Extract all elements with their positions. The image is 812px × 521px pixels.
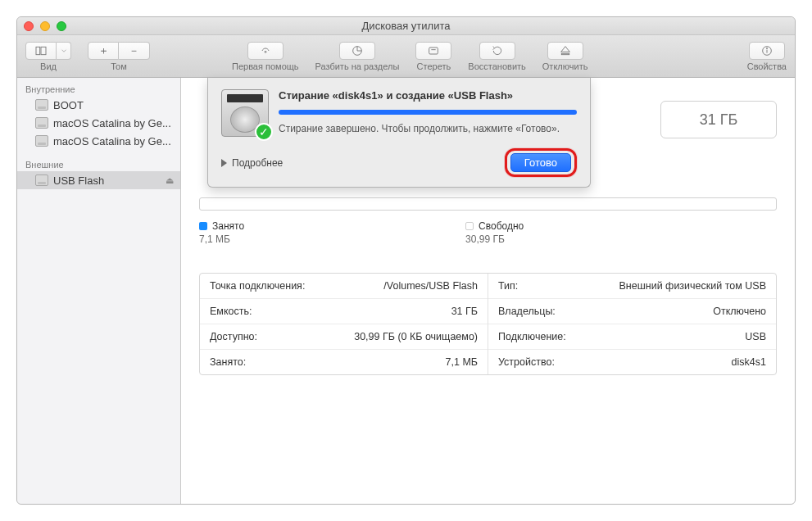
sidebar-item-label: BOOT [53, 99, 84, 111]
sidebar-item-label: macOS Catalina by Ge... [53, 135, 171, 147]
sidebar-item-label: USB Flash [53, 174, 104, 187]
view-menu-chevron[interactable] [57, 42, 71, 60]
erase-button[interactable] [415, 42, 451, 60]
view-button[interactable] [25, 42, 57, 60]
info-col-left: Точка подключения:/Volumes/USB Flash Емк… [200, 274, 488, 374]
info-col-right: Тип:Внешний физический том USB Владельцы… [488, 274, 776, 374]
volume-icon [35, 174, 48, 186]
svg-point-9 [766, 48, 767, 48]
partition-button[interactable] [339, 42, 375, 60]
svg-rect-1 [41, 47, 46, 54]
info-row: Точка подключения:/Volumes/USB Flash [200, 274, 488, 298]
svg-rect-6 [561, 53, 569, 54]
restore-button[interactable] [479, 42, 515, 60]
sidebar: Внутренние BOOT macOS Catalina by Ge... … [17, 78, 181, 504]
first-aid-label: Первая помощь [232, 61, 299, 71]
erase-sheet: ✓ Стирание «disk4s1» и создание «USB Fla… [207, 78, 591, 188]
view-label: Вид [40, 61, 57, 71]
svg-marker-5 [560, 46, 569, 52]
info-row: Устройство:disk4s1 [488, 349, 776, 374]
sidebar-item-label: macOS Catalina by Ge... [53, 117, 171, 129]
zoom-icon[interactable] [57, 21, 66, 31]
disclosure-triangle-icon [221, 159, 227, 167]
sidebar-item-catalina-2[interactable]: macOS Catalina by Ge... [17, 132, 180, 150]
info-row: Подключение:USB [488, 324, 776, 349]
info-button[interactable] [749, 42, 785, 60]
usage-legend: Занято 7,1 МБ Свободно 30,99 ГБ [199, 220, 777, 245]
sheet-title: Стирание «disk4s1» и создание «USB Flash… [279, 89, 577, 102]
success-badge-icon: ✓ [255, 123, 273, 141]
hdd-icon: ✓ [221, 89, 269, 137]
info-label: Свойства [747, 61, 787, 71]
unmount-label: Отключить [542, 61, 588, 71]
eject-icon[interactable]: ⏏ [166, 175, 174, 186]
sheet-message: Стирание завершено. Чтобы продолжить, на… [279, 123, 577, 134]
volume-icon [35, 135, 48, 147]
free-value: 30,99 ГБ [465, 233, 524, 245]
volume-icon [35, 99, 48, 111]
used-value: 7,1 МБ [199, 233, 244, 245]
svg-rect-0 [36, 47, 40, 54]
close-icon[interactable] [24, 21, 34, 31]
volume-label: Том [111, 61, 127, 71]
titlebar: Дисковая утилита [17, 17, 795, 35]
add-volume-button[interactable]: ＋ [88, 42, 119, 60]
info-table: Точка подключения:/Volumes/USB Flash Емк… [199, 273, 777, 375]
done-highlight: Готово [505, 148, 577, 177]
window-controls [24, 21, 66, 31]
usage-bar [199, 197, 777, 211]
details-disclosure[interactable]: Подробнее [221, 157, 283, 169]
svg-point-2 [265, 51, 266, 52]
done-button[interactable]: Готово [510, 153, 571, 172]
details-label: Подробнее [232, 157, 283, 169]
info-row: Доступно:30,99 ГБ (0 КБ очищаемо) [200, 324, 488, 349]
volume-size-chip: 31 ГБ [660, 101, 777, 138]
restore-label: Восстановить [468, 61, 525, 71]
progress-bar [279, 110, 577, 115]
sidebar-item-usb-flash[interactable]: USB Flash ⏏ [17, 171, 180, 189]
app-window: Дисковая утилита Вид ＋ － Том [16, 16, 796, 505]
info-row: Владельцы:Отключено [488, 298, 776, 324]
free-swatch-icon [465, 222, 474, 230]
remove-volume-button[interactable]: － [119, 42, 150, 60]
used-label: Занято [212, 220, 244, 232]
volume-icon [35, 117, 48, 129]
erase-label: Стереть [417, 61, 451, 71]
partition-label: Разбить на разделы [315, 61, 400, 71]
sidebar-header-internal: Внутренние [17, 81, 180, 96]
unmount-button[interactable] [547, 42, 583, 60]
sidebar-header-external: Внешние [17, 156, 180, 171]
sidebar-item-boot[interactable]: BOOT [17, 96, 180, 114]
window-title: Дисковая утилита [362, 20, 451, 32]
sidebar-item-catalina-1[interactable]: macOS Catalina by Ge... [17, 114, 180, 132]
info-row: Емкость:31 ГБ [200, 298, 488, 324]
minimize-icon[interactable] [40, 21, 50, 31]
info-row: Тип:Внешний физический том USB [488, 274, 776, 298]
svg-rect-4 [429, 48, 438, 54]
first-aid-button[interactable] [247, 42, 284, 60]
info-row: Занято:7,1 МБ [200, 349, 488, 374]
toolbar: Вид ＋ － Том Первая помощь Разбить на раз… [17, 35, 795, 78]
used-swatch-icon [199, 222, 207, 230]
free-label: Свободно [479, 220, 524, 232]
